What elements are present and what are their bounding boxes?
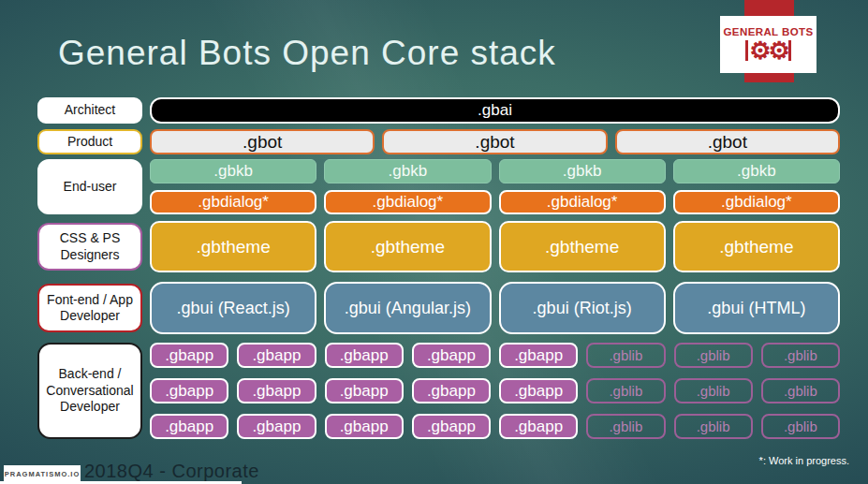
row-label-architect: Architect (37, 97, 142, 124)
gblib-box: .gblib (586, 343, 665, 368)
slide-caption: 2018Q4 - Corporate (84, 461, 259, 482)
gbapp-box: .gbapp (499, 378, 578, 403)
gbapp-box: .gbapp (237, 343, 316, 368)
gbapp-box: .gbapp (499, 414, 578, 439)
gblib-box: .gblib (761, 343, 840, 368)
gblib-box: .gblib (674, 378, 753, 403)
gbtheme-box: .gbtheme (499, 221, 666, 272)
gbkb-box: .gbkb (150, 159, 316, 183)
gblib-box: .gblib (586, 414, 665, 439)
gear-glyphs: ⚙⚙ (749, 38, 787, 63)
gbkb-row: .gbkb .gbkb .gbkb .gbkb (150, 159, 840, 183)
gbai-box: .gbai (150, 97, 840, 124)
gbot-box: .gbot (615, 129, 840, 154)
backend-row: .gbapp .gbapp .gbapp .gbapp .gbapp .gbli… (150, 414, 840, 439)
row-label-css-ps-designers: CSS & PS Designers (37, 223, 142, 271)
gbapp-box: .gbapp (150, 378, 228, 403)
row-label-backend-conversational-developer: Back-end / Conversational Developer (37, 343, 142, 439)
page-title: General Bots Open Core stack (58, 34, 556, 73)
gbui-box: .gbui (React.js) (150, 282, 316, 334)
gbkb-box: .gbkb (673, 159, 840, 183)
gblib-box: .gblib (761, 414, 840, 439)
gbtheme-box: .gbtheme (150, 221, 316, 272)
gblib-box: .gblib (674, 414, 753, 439)
gbdialog-box: .gbdialog* (499, 190, 666, 214)
gblib-box: .gblib (761, 378, 840, 403)
gbapp-box: .gbapp (325, 343, 404, 368)
gbdialog-box: .gbdialog* (324, 190, 491, 214)
gbot-box: .gbot (150, 129, 375, 154)
gbkb-box: .gbkb (499, 159, 666, 183)
gbui-box: .gbui (Riot.js) (499, 282, 666, 334)
gbapp-box: .gbapp (499, 343, 578, 368)
gbapp-box: .gbapp (150, 414, 228, 439)
gear-side-bar (745, 40, 748, 61)
row-label-frontend-app-developer: Font-end / App Developer (37, 284, 142, 332)
product-row: .gbot .gbot .gbot (150, 129, 840, 154)
gblib-box: .gblib (586, 378, 665, 403)
general-bots-logo: GENERAL BOTS ⚙⚙ (720, 16, 817, 73)
gbtheme-row: .gbtheme .gbtheme .gbtheme .gbtheme (150, 221, 840, 272)
gbdialog-box: .gbdialog* (673, 190, 840, 214)
gbdialog-row: .gbdialog* .gbdialog* .gbdialog* .gbdial… (150, 190, 840, 214)
gbkb-box: .gbkb (324, 159, 491, 183)
row-label-end-user: End-user (37, 159, 142, 214)
gear-side-bar (788, 40, 791, 61)
gbui-box: .gbui (HTML) (673, 282, 840, 334)
gbtheme-box: .gbtheme (673, 221, 840, 272)
gbapp-box: .gbapp (237, 378, 316, 403)
architect-row: .gbai (150, 97, 840, 124)
gbapp-box: .gbapp (150, 343, 228, 368)
gbapp-box: .gbapp (237, 414, 316, 439)
slide: General Bots Open Core stack GENERAL BOT… (0, 0, 868, 484)
gbot-box: .gbot (382, 129, 607, 154)
gbapp-box: .gbapp (412, 378, 491, 403)
gbapp-box: .gbapp (325, 414, 404, 439)
row-label-product: Product (37, 129, 142, 154)
gbapp-box: .gbapp (325, 378, 404, 403)
backend-row: .gbapp .gbapp .gbapp .gbapp .gbapp .gbli… (150, 378, 840, 403)
gblib-box: .gblib (674, 343, 753, 368)
backend-row: .gbapp .gbapp .gbapp .gbapp .gbapp .gbli… (150, 343, 840, 368)
gbapp-box: .gbapp (412, 343, 491, 368)
gbui-row: .gbui (React.js) .gbui (Angular.js) .gbu… (150, 282, 840, 334)
gbtheme-box: .gbtheme (324, 221, 491, 272)
gbapp-box: .gbapp (412, 414, 491, 439)
gbui-box: .gbui (Angular.js) (324, 282, 491, 334)
gear-icon: ⚙⚙ (745, 38, 791, 63)
work-in-progress-note: *: Work in progress. (759, 455, 849, 466)
gbdialog-box: .gbdialog* (150, 190, 316, 214)
